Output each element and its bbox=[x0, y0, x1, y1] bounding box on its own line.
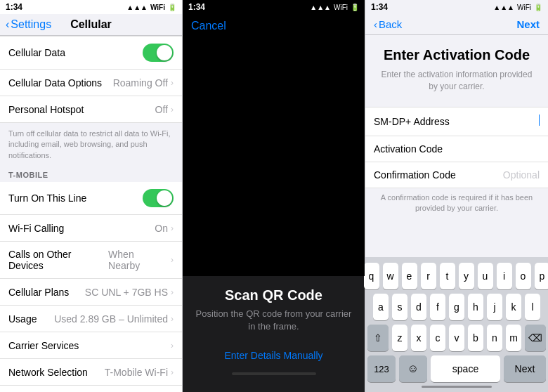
activation-code-panel: 1:34 ▲▲▲ WiFi 🔋 ‹ Back Next Enter Activa… bbox=[365, 0, 548, 392]
smdp-label: SM-DP+ Address bbox=[374, 116, 450, 127]
keyboard-bottom-row: 123 ☺ space Next bbox=[367, 355, 546, 382]
space-key[interactable]: space bbox=[431, 355, 500, 382]
battery-icon2: 🔋 bbox=[351, 4, 359, 11]
chevron-left-icon: ‹ bbox=[6, 18, 9, 31]
key-k[interactable]: k bbox=[506, 294, 521, 320]
key-v[interactable]: v bbox=[449, 325, 464, 351]
network-selection-value: T-Mobile Wi-Fi › bbox=[105, 367, 174, 378]
key-i[interactable]: i bbox=[497, 263, 512, 289]
key-n[interactable]: n bbox=[487, 325, 502, 351]
personal-hotspot-label: Personal Hotspot bbox=[8, 104, 84, 115]
toggle-knob2 bbox=[157, 190, 172, 206]
key-u[interactable]: u bbox=[478, 263, 493, 289]
chevron-left-icon2: ‹ bbox=[374, 18, 377, 30]
key-g[interactable]: g bbox=[449, 294, 464, 320]
qr-scanner-panel: 1:34 ▲▲▲ WiFi 🔋 Cancel Scan QR Code Posi… bbox=[183, 0, 365, 392]
cellular-plans-value: SC UNL + 7GB HS › bbox=[85, 287, 174, 298]
key-p[interactable]: p bbox=[535, 263, 549, 289]
key-h[interactable]: h bbox=[468, 294, 483, 320]
key-w[interactable]: w bbox=[383, 263, 398, 289]
usage-row[interactable]: Usage Used 2.89 GB – Unlimited › bbox=[0, 306, 182, 332]
key-e[interactable]: e bbox=[402, 263, 417, 289]
wifi-icon: WiFi bbox=[150, 4, 165, 11]
key-a[interactable]: a bbox=[373, 294, 389, 320]
cellular-info-text: Turn off cellular data to restrict all d… bbox=[0, 123, 182, 166]
signal-icon2: ▲▲▲ bbox=[310, 4, 331, 11]
qr-nav-bar: Cancel bbox=[183, 14, 365, 38]
cancel-button[interactable]: Cancel bbox=[191, 20, 226, 32]
confirmation-code-field[interactable]: Confirmation Code Optional bbox=[365, 162, 548, 188]
signal-icon3: ▲▲▲ bbox=[493, 4, 514, 11]
carrier-services-value: › bbox=[171, 341, 174, 351]
keyboard-row3: ⇧ z x c v b n m ⌫ bbox=[367, 325, 546, 351]
number-key[interactable]: 123 bbox=[367, 355, 396, 382]
activation-title: Enter Activation Code bbox=[379, 46, 534, 63]
back-button[interactable]: ‹ Back bbox=[374, 18, 402, 30]
emoji-key[interactable]: ☺ bbox=[399, 355, 427, 382]
cellular-data-label: Cellular Data bbox=[8, 47, 65, 58]
key-c[interactable]: c bbox=[430, 325, 445, 351]
key-j[interactable]: j bbox=[487, 294, 502, 320]
calls-other-devices-row[interactable]: Calls on Other Devices When Nearby › bbox=[0, 242, 182, 279]
turn-on-line-row[interactable]: Turn On This Line bbox=[0, 182, 182, 215]
key-m[interactable]: m bbox=[506, 325, 521, 351]
qr-scan-description: Position the QR code from your carrier i… bbox=[191, 308, 356, 333]
key-x[interactable]: x bbox=[411, 325, 426, 351]
cellular-data-row[interactable]: Cellular Data bbox=[0, 36, 182, 70]
qr-viewfinder bbox=[183, 38, 365, 276]
confirmation-code-label: Confirmation Code bbox=[374, 169, 456, 181]
time-panel1: 1:34 bbox=[6, 2, 22, 12]
form-fields-container: SM-DP+ Address Activation Code Confirmat… bbox=[365, 107, 548, 188]
shift-key[interactable]: ⇧ bbox=[367, 325, 389, 351]
activation-code-label: Activation Code bbox=[374, 143, 443, 155]
cellular-data-options-row[interactable]: Cellular Data Options Roaming Off › bbox=[0, 70, 182, 96]
key-r[interactable]: r bbox=[421, 263, 436, 289]
status-bar-panel2: 1:34 ▲▲▲ WiFi 🔋 bbox=[183, 0, 365, 14]
settings-back-button[interactable]: ‹ Settings bbox=[6, 18, 51, 31]
key-t[interactable]: t bbox=[440, 263, 455, 289]
back-label: Back bbox=[379, 18, 402, 30]
sim-pin-row[interactable]: SIM PIN › bbox=[0, 386, 182, 392]
personal-hotspot-row[interactable]: Personal Hotspot Off › bbox=[0, 96, 182, 123]
cellular-data-toggle[interactable] bbox=[143, 44, 174, 62]
cellular-plans-label: Cellular Plans bbox=[8, 287, 69, 298]
battery-icon3: 🔋 bbox=[534, 4, 542, 11]
activation-code-field[interactable]: Activation Code bbox=[365, 136, 548, 162]
key-q[interactable]: q bbox=[364, 263, 379, 289]
wifi-icon2: WiFi bbox=[334, 4, 348, 11]
smdp-address-field[interactable]: SM-DP+ Address bbox=[365, 107, 548, 136]
key-o[interactable]: o bbox=[516, 263, 531, 289]
key-d[interactable]: d bbox=[411, 294, 426, 320]
home-indicator-panel3 bbox=[367, 385, 546, 389]
carrier-services-row[interactable]: Carrier Services › bbox=[0, 332, 182, 359]
key-l[interactable]: l bbox=[525, 294, 540, 320]
delete-key[interactable]: ⌫ bbox=[525, 325, 546, 351]
usage-value: Used 2.89 GB – Unlimited › bbox=[54, 313, 174, 325]
key-b[interactable]: b bbox=[468, 325, 483, 351]
wifi-calling-row[interactable]: Wi-Fi Calling On › bbox=[0, 215, 182, 242]
network-selection-row[interactable]: Network Selection T-Mobile Wi-Fi › bbox=[0, 359, 182, 386]
chevron-icon2: › bbox=[171, 105, 174, 115]
key-y[interactable]: y bbox=[459, 263, 474, 289]
enter-manually-button[interactable]: Enter Details Manually bbox=[191, 344, 356, 367]
chevron-icon6: › bbox=[171, 314, 174, 324]
key-f[interactable]: f bbox=[430, 294, 445, 320]
usage-label: Usage bbox=[8, 313, 37, 325]
turn-on-line-toggle[interactable] bbox=[143, 189, 174, 207]
qr-scan-title: Scan QR Code bbox=[191, 287, 356, 303]
cellular-plans-row[interactable]: Cellular Plans SC UNL + 7GB HS › bbox=[0, 279, 182, 306]
key-s[interactable]: s bbox=[392, 294, 407, 320]
key-z[interactable]: z bbox=[392, 325, 407, 351]
personal-hotspot-value: Off › bbox=[155, 104, 174, 115]
cellular-data-options-label: Cellular Data Options bbox=[8, 77, 102, 89]
status-icons-panel3: ▲▲▲ WiFi 🔋 bbox=[493, 4, 542, 11]
cellular-data-options-value: Roaming Off › bbox=[113, 77, 174, 89]
chevron-icon5: › bbox=[171, 287, 174, 297]
keyboard-next-button[interactable]: Next bbox=[504, 355, 546, 382]
keyboard: q w e r t y u i o p a s d f g h j k l ⇧ … bbox=[365, 257, 548, 392]
settings-list: Cellular Data Cellular Data Options Roam… bbox=[0, 36, 182, 392]
toggle-knob bbox=[157, 45, 172, 60]
next-button[interactable]: Next bbox=[516, 18, 540, 30]
wifi-icon3: WiFi bbox=[517, 4, 531, 11]
status-bar-panel1: 1:34 ▲▲▲ WiFi 🔋 bbox=[0, 0, 182, 14]
